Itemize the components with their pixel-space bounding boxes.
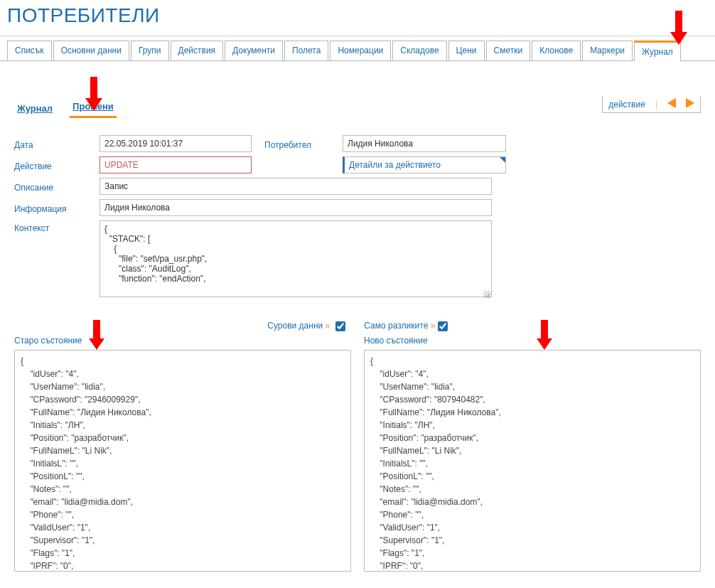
label-date: Дата [14,137,100,150]
tab-Номерации[interactable]: Номерации [330,41,391,61]
action-details-button[interactable]: Детайли за действието [343,156,506,173]
context-textarea[interactable] [100,220,492,297]
annotation-arrow-icon [89,320,104,350]
desc-field[interactable]: Запис [100,178,492,195]
resize-handle-icon[interactable] [483,291,490,298]
divider: | [655,100,657,109]
divider [0,36,715,36]
new-state-title: Ново състояние [364,334,701,350]
label-ctx: Контекст [14,220,100,233]
new-state-box[interactable]: { "idUser": "4", "UserName": "lidia", "C… [364,350,701,572]
old-state-json: { "idUser": "4", "UserName": "lidia", "C… [21,355,345,572]
subtabs: ЖурналПромени [14,97,602,118]
svg-marker-2 [89,320,104,350]
raw-data-label: Сурови данни » [267,321,330,331]
next-action-button[interactable] [686,98,694,110]
tab-Сметки[interactable]: Сметки [486,41,531,61]
nav-label: действие [608,100,645,109]
nav-action-box: действие | [602,97,701,113]
annotation-arrow-icon [537,320,552,350]
svg-marker-4 [667,98,676,108]
old-state-box[interactable]: { "idUser": "4", "UserName": "lidia", "C… [14,350,351,572]
svg-marker-3 [537,320,552,350]
diff-only-label: Само разликите » [364,321,435,331]
tab-Документи[interactable]: Документи [225,41,283,61]
label-user: Потребител [264,137,343,150]
action-field[interactable]: UPDATE [100,156,252,173]
tabs: СписъкОсновни данниГрупиДействияДокумент… [0,41,715,61]
svg-marker-0 [670,11,687,45]
tab-Складове[interactable]: Складове [392,41,446,61]
annotation-arrow-icon [85,77,102,111]
tab-Маркери[interactable]: Маркери [582,41,633,61]
tab-Клонове[interactable]: Клонове [532,41,581,61]
info-field[interactable]: Лидия Николова [100,199,492,216]
tab-Полета[interactable]: Полета [284,41,328,61]
old-state-title: Старо състояние [14,334,351,350]
page-title: ПОТРЕБИТЕЛИ [0,0,715,33]
label-desc: Описание [14,180,100,193]
label-action: Действие [14,159,100,171]
annotation-arrow-icon [670,11,687,45]
tab-Действия[interactable]: Действия [171,41,224,61]
tab-Основни данни[interactable]: Основни данни [53,41,129,61]
diff-only-checkbox[interactable] [438,321,448,331]
subtab-Журнал[interactable]: Журнал [14,99,55,118]
options-row: Сурови данни » Само разликите » [14,321,701,331]
raw-data-checkbox[interactable] [335,321,345,331]
user-field[interactable]: Лидия Николова [343,135,506,152]
svg-marker-1 [85,77,102,111]
svg-marker-5 [686,98,694,108]
prev-action-button[interactable] [667,98,676,110]
tab-Групи[interactable]: Групи [131,41,169,61]
date-field[interactable]: 22.05.2019 10:01:37 [100,135,252,152]
tab-Цени[interactable]: Цени [448,41,485,61]
tab-Списък[interactable]: Списък [7,41,52,61]
label-info: Информация [14,201,100,214]
new-state-json: { "idUser": "4", "UserName": "lidia", "C… [370,355,694,572]
